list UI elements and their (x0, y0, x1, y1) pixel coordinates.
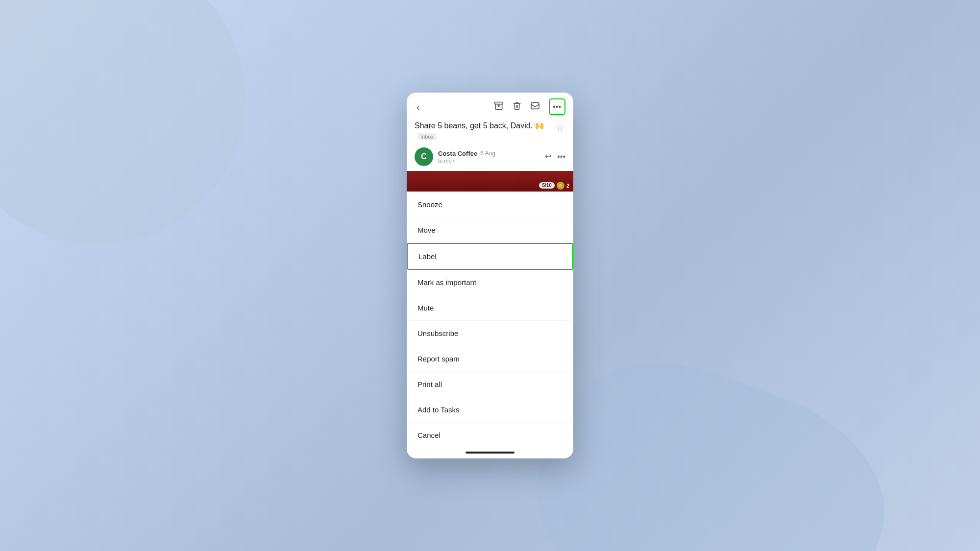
num-2: 2 (566, 183, 569, 189)
bottom-indicator (407, 448, 573, 458)
avatar-letter: C (421, 152, 427, 161)
star-icon: ☆ (556, 122, 564, 133)
sender-actions: ↩ ••• (545, 152, 565, 161)
phone-container: ‹ (407, 93, 573, 458)
home-indicator (466, 452, 514, 454)
sender-date: 6 Aug (480, 150, 495, 157)
subject-value: Share 5 beans, get 5 back, David. 🙌 (415, 121, 544, 130)
inbox-badge: Inbox (417, 133, 437, 140)
delete-button[interactable] (513, 101, 521, 113)
svg-rect-2 (531, 102, 539, 109)
menu-item-cancel[interactable]: Cancel (407, 423, 573, 448)
to-me-label: to me › (438, 158, 540, 164)
svg-rect-0 (495, 102, 503, 104)
archive-button[interactable] (494, 101, 504, 113)
menu-item-report-spam[interactable]: Report spam (407, 346, 573, 372)
back-button[interactable]: ‹ (415, 99, 422, 115)
menu-item-add-tasks[interactable]: Add to Tasks (407, 397, 573, 423)
dropdown-menu: Snooze Move Label Mark as important Mute… (407, 192, 573, 448)
subject-text: Share 5 beans, get 5 back, David. 🙌 Inbo… (415, 121, 555, 142)
more-dots-icon: ••• (553, 103, 562, 111)
fraction-badge: 5/10 (539, 182, 554, 189)
menu-item-mark-important[interactable]: Mark as important (407, 270, 573, 295)
menu-item-snooze[interactable]: Snooze (407, 192, 573, 217)
menu-item-move[interactable]: Move (407, 217, 573, 243)
email-header: ‹ (407, 93, 573, 171)
menu-item-mute[interactable]: Mute (407, 295, 573, 321)
toolbar-left: ‹ (415, 99, 422, 115)
message-more-button[interactable]: ••• (557, 152, 565, 161)
coin-icon: ⊙ (557, 182, 564, 190)
star-button[interactable]: ☆ (555, 121, 565, 135)
sender-row: C Costa Coffee 6 Aug to me › ↩ ••• (415, 147, 565, 171)
email-body-preview: 5/10 ⊙ 2 (407, 171, 573, 192)
sender-name-row: Costa Coffee 6 Aug (438, 150, 540, 157)
sender-name: Costa Coffee (438, 150, 477, 157)
top-toolbar: ‹ (415, 98, 565, 115)
more-options-button[interactable]: ••• (549, 98, 565, 115)
menu-item-print-all[interactable]: Print all (407, 372, 573, 397)
menu-item-label[interactable]: Label (407, 243, 573, 270)
preview-numbers: 5/10 ⊙ 2 (539, 182, 569, 190)
toolbar-right: ••• (494, 98, 565, 115)
chevron-icon: › (453, 158, 455, 164)
sender-info: Costa Coffee 6 Aug to me › (438, 150, 540, 164)
mail-button[interactable] (530, 102, 540, 112)
back-icon: ‹ (416, 101, 420, 112)
menu-item-unsubscribe[interactable]: Unsubscribe (407, 321, 573, 346)
email-subject: Share 5 beans, get 5 back, David. 🙌 Inbo… (415, 121, 565, 142)
sender-avatar: C (415, 147, 433, 166)
reply-button[interactable]: ↩ (545, 152, 551, 161)
